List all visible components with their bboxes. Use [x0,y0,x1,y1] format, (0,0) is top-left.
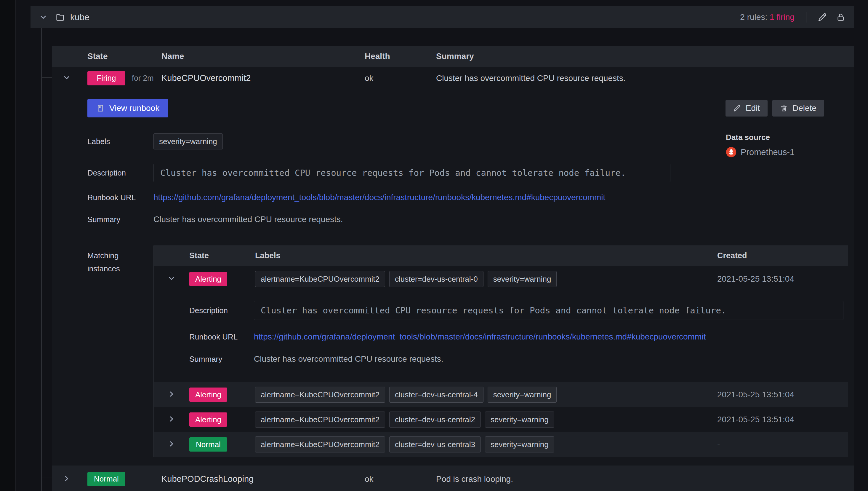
rule-row-kubepodcrashlooping[interactable]: Normal KubePODCrashLooping ok Pod is cra… [52,465,854,491]
instance-label-chip: cluster=dev-us-central-4 [389,387,484,403]
state-badge-normal: Normal [87,472,125,486]
instance-label-chip: severity=warning [488,387,557,403]
instance-row-dev-us-central3[interactable]: Normal alertname=KubeCPUOvercommit2 clus… [154,432,848,457]
instance-created: 2021-05-25 13:51:04 [717,415,848,424]
instance-label-chip: severity=warning [488,271,557,287]
rule-summary-row: Summary Cluster has overcommitted CPU re… [52,213,854,225]
instance-label-chip: severity=warning [485,411,554,428]
instance-collapse-chevron-icon[interactable] [167,274,176,283]
instances-col-created: Created [717,251,848,260]
group-indent-connector-1 [41,77,52,78]
rules-col-health: Health [365,52,436,61]
instance-state-badge: Alerting [189,387,227,402]
label-chip: severity=warning [153,134,223,149]
instance-row-dev-us-central-4[interactable]: Alerting alertname=KubeCPUOvercommit2 cl… [154,382,848,407]
instance-label-chip: severity=warning [485,436,554,453]
description-value: Cluster has overcommitted CPU resource r… [153,164,671,182]
instance-label-chip: alertname=KubeCPUOvercommit2 [255,411,385,428]
instance-expand-chevron-icon[interactable] [167,390,176,398]
runbook-url-label: Runbook URL [189,333,254,342]
instance-state-badge: Alerting [189,272,227,286]
matching-instances-block: Matching instances State Labels Created [52,246,854,457]
instances-col-labels: Labels [255,251,717,260]
instance-runbook-url-link[interactable]: https://github.com/grafana/deployment_to… [254,332,848,342]
instance-summary-row: Summary Cluster has overcommitted CPU re… [154,353,848,365]
rule-actions-row: View runbook Edit Delete [52,99,854,117]
firing-duration: for 2m [132,74,154,83]
lock-icon[interactable] [836,12,845,22]
delete-rule-button[interactable]: Delete [772,100,824,117]
rule-health: ok [365,74,436,83]
instance-created: - [717,440,848,449]
instance-label-chip: alertname=KubeCPUOvercommit2 [255,271,385,287]
edit-group-pencil-icon[interactable] [818,12,827,22]
rules-table: State Name Health Summary Firing for 2m … [52,46,854,491]
group-indent-connector-2 [41,477,52,478]
instance-row-dev-us-central-0: Alerting alertname=KubeCPUOvercommit2 cl… [154,266,848,382]
instance-created: 2021-05-25 13:51:04 [717,390,848,399]
rule-expand-chevron-icon[interactable] [63,474,71,483]
rule-name: KubeCPUOvercommit2 [161,73,365,83]
instance-created: 2021-05-25 13:51:04 [717,274,848,284]
description-label: Description [87,168,153,178]
datasource-block: Data source Prometheus-1 [726,133,795,157]
trash-icon [780,104,788,112]
instances-table: State Labels Created Alerting [153,246,848,457]
labels-label: Labels [87,137,153,146]
instance-label-chip: cluster=dev-us-central-0 [389,271,484,287]
rules-col-state: State [87,52,161,61]
header-divider [806,12,806,23]
view-runbook-button[interactable]: View runbook [87,99,168,117]
instance-row-main[interactable]: Alerting alertname=KubeCPUOvercommit2 cl… [154,266,848,292]
edit-pencil-icon [733,104,741,112]
instance-label-chip: cluster=dev-us-central3 [389,436,481,453]
instances-table-header: State Labels Created [154,246,848,266]
rules-col-summary: Summary [436,52,854,61]
instance-label-chip: alertname=KubeCPUOvercommit2 [255,436,385,453]
matching-instances-label: Matching instances [87,246,129,275]
instance-expand-chevron-icon[interactable] [167,415,176,423]
alert-rule-group-page: kube 2 rules: 1 firing State Name Health… [0,0,868,491]
rules-col-name: Name [161,52,365,61]
instance-state-badge: Alerting [189,412,227,427]
instance-runbook-row: Runbook URL https://github.com/grafana/d… [154,331,848,343]
runbook-url-label: Runbook URL [87,193,153,202]
rule-row-main[interactable]: Firing for 2m KubeCPUOvercommit2 ok Clus… [52,67,854,89]
rule-description-row: Description Cluster has overcommitted CP… [52,164,854,182]
instances-col-state: State [189,251,255,260]
instance-label-chip: alertname=KubeCPUOvercommit2 [255,387,385,403]
prometheus-icon [726,147,737,157]
group-indent-guide [41,28,42,491]
rule-runbook-row: Runbook URL https://github.com/grafana/d… [52,192,854,203]
datasource-name: Prometheus-1 [741,147,795,157]
group-collapse-chevron-icon[interactable] [39,13,48,22]
folder-icon [55,12,65,22]
rule-group-header[interactable]: kube 2 rules: 1 firing [31,6,854,28]
rule-collapse-chevron-icon[interactable] [63,74,71,82]
rule-row-kubecpuovercommit2: Firing for 2m KubeCPUOvercommit2 ok Clus… [52,67,854,465]
instance-description-value: Cluster has overcommitted CPU resource r… [254,301,843,320]
instance-label-chip: cluster=dev-us-central2 [389,411,481,428]
datasource-label: Data source [726,133,795,142]
firing-count: 1 firing [770,12,795,22]
summary-label: Summary [87,215,153,224]
group-title: kube [70,12,90,22]
rule-summary: Cluster has overcommitted CPU resource r… [436,74,854,83]
rule-health: ok [365,474,436,484]
instance-expand-chevron-icon[interactable] [167,440,176,448]
instance-state-badge: Normal [189,437,227,452]
rules-table-header: State Name Health Summary [52,46,854,67]
runbook-url-link[interactable]: https://github.com/grafana/deployment_to… [153,193,854,202]
edit-rule-button[interactable]: Edit [725,100,768,117]
instance-row-dev-us-central2[interactable]: Alerting alertname=KubeCPUOvercommit2 cl… [154,407,848,432]
rule-name: KubePODCrashLooping [161,474,365,484]
state-badge-firing: Firing [87,71,125,85]
description-label: Description [189,306,254,315]
instance-description-row: Description Cluster has overcommitted CP… [154,301,848,320]
instance-summary-value: Cluster has overcommitted CPU resource r… [254,354,848,364]
summary-label: Summary [189,355,254,364]
runbook-book-icon [96,104,104,112]
group-rules-summary: 2 rules: 1 firing [740,12,795,22]
left-margin-strip [0,0,16,491]
summary-value: Cluster has overcommitted CPU resource r… [153,215,854,224]
